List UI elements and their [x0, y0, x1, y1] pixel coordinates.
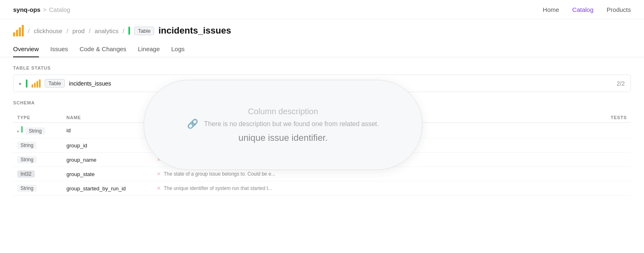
- col-tests: [598, 123, 631, 138]
- tooltip-title: Column description: [248, 107, 318, 116]
- app-name[interactable]: synq-ops: [13, 6, 41, 13]
- nav-products[interactable]: Products: [607, 6, 631, 13]
- table-row: String group_started_by_run_id ✕ The uni…: [13, 181, 631, 196]
- page-title: incidents_issues: [158, 25, 231, 36]
- path-sep-1: /: [28, 27, 30, 34]
- breadcrumb: synq-ops > Catalog: [13, 6, 70, 13]
- col-tests: [598, 153, 631, 167]
- nav-home[interactable]: Home: [543, 6, 559, 13]
- col-header-type: TYPE: [13, 113, 62, 123]
- table-status-label: TABLE STATUS: [13, 66, 631, 70]
- col-name: group_name: [62, 153, 153, 167]
- status-table-badge: Table: [45, 79, 65, 88]
- col-tests: [598, 138, 631, 153]
- type-badge-int: Int32: [17, 170, 35, 178]
- page-header: / clickhouse / prod / analytics / Table …: [0, 19, 644, 36]
- expand-chevron-icon[interactable]: ▸: [19, 81, 22, 86]
- tooltip-body-text: There is no description but we found one…: [204, 119, 379, 129]
- path-sep-2: /: [66, 27, 68, 34]
- tab-logs[interactable]: Logs: [171, 42, 185, 57]
- tooltip-body: 🔗 There is no description but we found o…: [167, 119, 399, 129]
- status-green-bar: [26, 79, 27, 88]
- link-icon: 🔗: [187, 119, 198, 129]
- col-tests: [598, 167, 631, 181]
- main-content: TABLE STATUS ▸ Table incidents_issues 2/…: [0, 57, 644, 204]
- table-badge: Table: [134, 27, 154, 35]
- status-count: 2/2: [617, 80, 625, 87]
- tab-issues[interactable]: Issues: [50, 42, 68, 57]
- col-name: id: [62, 123, 153, 138]
- tooltip-overlay: Column description 🔗 There is no descrip…: [144, 80, 422, 170]
- path-clickhouse[interactable]: clickhouse: [34, 27, 62, 34]
- desc-x-icon: ✕: [157, 171, 161, 177]
- tab-lineage[interactable]: Lineage: [138, 42, 160, 57]
- top-nav: synq-ops > Catalog Home Catalog Products: [0, 0, 644, 19]
- path-prod[interactable]: prod: [72, 27, 84, 34]
- path-analytics[interactable]: analytics: [95, 27, 119, 34]
- row-expand-icon[interactable]: ▸: [17, 129, 20, 133]
- clickhouse-icon: [13, 25, 24, 36]
- tab-overview[interactable]: Overview: [13, 42, 39, 57]
- type-badge: String: [25, 127, 45, 135]
- path-sep-4: /: [123, 27, 124, 34]
- table-type-icon: [128, 27, 130, 35]
- type-badge: String: [17, 156, 37, 163]
- breadcrumb-separator: >: [43, 6, 47, 13]
- nav-catalog[interactable]: Catalog: [572, 6, 594, 13]
- tooltip-description: unique issue identifier.: [238, 133, 328, 143]
- type-badge: String: [17, 142, 37, 149]
- col-name: group_state: [62, 167, 153, 181]
- tabs-bar: Overview Issues Code & Changes Lineage L…: [0, 42, 644, 57]
- type-badge: String: [17, 185, 37, 192]
- tab-code-changes[interactable]: Code & Changes: [80, 42, 126, 57]
- status-bars-icon: [32, 79, 41, 88]
- schema-label: SCHEMA: [13, 100, 35, 105]
- nav-links: Home Catalog Products: [543, 6, 631, 13]
- breadcrumb-catalog[interactable]: Catalog: [49, 6, 70, 13]
- col-header-name: NAME: [62, 113, 153, 123]
- desc-x-icon: ✕: [157, 185, 161, 191]
- row-indicator: [21, 126, 23, 133]
- col-name: group_id: [62, 138, 153, 153]
- col-header-tests: tests: [598, 113, 631, 123]
- path-sep-3: /: [89, 27, 90, 34]
- col-description: ✕ The unique identifier of system run th…: [153, 181, 598, 196]
- col-tests: [598, 181, 631, 196]
- col-name: group_started_by_run_id: [62, 181, 153, 196]
